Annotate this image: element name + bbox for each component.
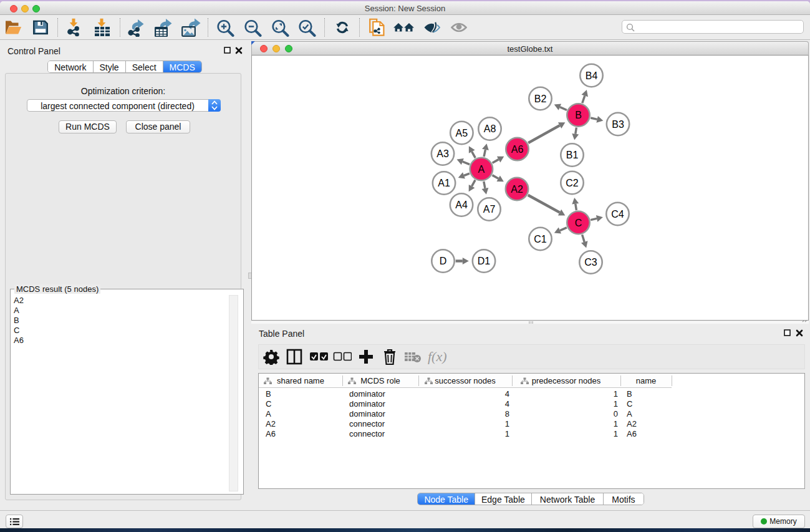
svg-text:B4: B4 <box>586 70 598 81</box>
svg-text:A6: A6 <box>511 144 524 155</box>
svg-text:B: B <box>575 110 582 120</box>
svg-text:C1: C1 <box>534 234 547 244</box>
svg-text:A1: A1 <box>438 178 450 188</box>
svg-text:A8: A8 <box>484 123 496 134</box>
svg-text:A7: A7 <box>483 204 496 215</box>
svg-text:A5: A5 <box>456 128 468 138</box>
svg-text:A4: A4 <box>455 200 468 210</box>
svg-text:C3: C3 <box>584 257 597 268</box>
svg-text:C2: C2 <box>566 178 579 188</box>
svg-text:A3: A3 <box>436 148 449 159</box>
svg-text:A2: A2 <box>511 184 523 195</box>
svg-text:B1: B1 <box>566 150 579 160</box>
svg-text:B2: B2 <box>534 94 547 104</box>
svg-text:D1: D1 <box>478 256 491 266</box>
svg-text:C4: C4 <box>611 209 624 220</box>
svg-text:A: A <box>478 164 485 175</box>
svg-text:C: C <box>575 218 582 228</box>
svg-text:B3: B3 <box>612 119 624 130</box>
svg-text:D: D <box>440 256 447 266</box>
